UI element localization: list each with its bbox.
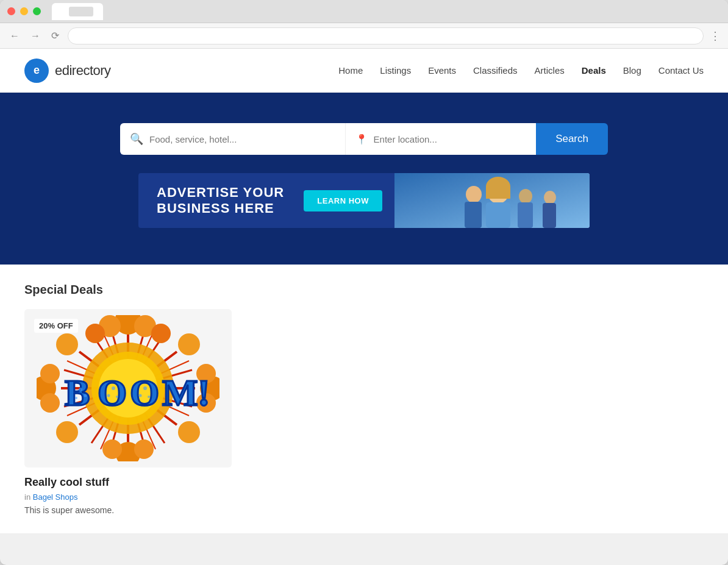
close-button[interactable]	[7, 7, 15, 15]
svg-point-42	[85, 324, 105, 343]
svg-point-3	[466, 186, 482, 203]
svg-point-55	[56, 421, 78, 443]
svg-point-5	[519, 189, 532, 204]
svg-point-7	[544, 191, 556, 204]
hero-banner: 🔍 📍 Search ADVERTISE YOUR BUSINESS HERE	[0, 93, 728, 265]
deal-badge: 20% OFF	[34, 319, 78, 333]
nav-events[interactable]: Events	[428, 65, 456, 76]
svg-point-54	[178, 333, 200, 355]
svg-point-71	[143, 386, 147, 390]
browser-menu-button[interactable]: ⋮	[710, 29, 721, 43]
svg-point-70	[116, 396, 118, 398]
address-input[interactable]	[76, 32, 696, 40]
svg-point-46	[134, 439, 154, 459]
deal-category-prefix: in	[24, 492, 30, 502]
svg-point-53	[56, 333, 78, 355]
svg-text:B: B	[65, 372, 89, 413]
svg-text:O: O	[130, 372, 159, 413]
svg-rect-10	[486, 187, 510, 199]
ad-text: ADVERTISE YOUR BUSINESS HERE	[138, 185, 304, 217]
nav-classifieds[interactable]: Classifieds	[473, 65, 518, 76]
website-content: e edirectory Home Listings Events Classi…	[0, 49, 728, 533]
deal-title: Really cool stuff	[24, 476, 232, 489]
browser-frame: ← → ⟳ ⋮ e edirectory Home Listings Event…	[0, 0, 728, 565]
svg-text:!: !	[198, 372, 210, 413]
deal-card: 20% OFF	[24, 309, 232, 515]
address-bar[interactable]	[68, 27, 704, 44]
svg-point-67	[75, 397, 77, 399]
svg-point-65	[79, 388, 82, 391]
nav-deals[interactable]: Deals	[582, 65, 606, 76]
svg-point-66	[84, 394, 87, 397]
location-icon: 📍	[355, 133, 368, 145]
nav-home[interactable]: Home	[338, 65, 363, 76]
location-input-wrap: 📍	[345, 123, 537, 155]
forward-button[interactable]: →	[28, 28, 43, 44]
site-header: e edirectory Home Listings Events Classi…	[0, 49, 728, 93]
svg-point-72	[139, 394, 142, 397]
nav-blog[interactable]: Blog	[623, 65, 641, 76]
section-title: Special Deals	[24, 283, 704, 297]
maximize-button[interactable]	[33, 7, 41, 15]
logo: e edirectory	[24, 59, 111, 83]
logo-text: edirectory	[55, 63, 111, 79]
browser-tab[interactable]	[52, 3, 103, 20]
site-nav: Home Listings Events Classifieds Article…	[338, 65, 704, 76]
svg-point-48	[40, 364, 60, 383]
minimize-button[interactable]	[20, 7, 28, 15]
deal-image: 20% OFF	[24, 309, 232, 467]
deal-category: in Bagel Shops	[24, 492, 232, 502]
ad-banner: ADVERTISE YOUR BUSINESS HERE LEARN HOW	[138, 173, 590, 228]
search-icon: 🔍	[130, 132, 143, 146]
ad-headline: ADVERTISE YOUR BUSINESS HERE	[157, 185, 285, 217]
svg-point-56	[178, 421, 200, 443]
svg-point-45	[102, 439, 122, 459]
deal-illustration: B O O M !	[37, 315, 219, 461]
svg-rect-2	[486, 202, 510, 228]
keyword-input[interactable]	[149, 134, 335, 144]
svg-rect-6	[518, 202, 533, 228]
ad-cta-button[interactable]: LEARN HOW	[304, 190, 382, 211]
nav-listings[interactable]: Listings	[380, 65, 411, 76]
svg-point-49	[40, 393, 60, 413]
svg-point-68	[112, 386, 115, 390]
logo-icon: e	[24, 59, 49, 83]
ad-image	[394, 173, 590, 228]
location-input[interactable]	[374, 134, 527, 144]
browser-titlebar	[0, 0, 728, 23]
reload-button[interactable]: ⟳	[49, 27, 62, 44]
svg-point-73	[148, 396, 150, 398]
search-bar: 🔍 📍 Search	[120, 123, 608, 155]
svg-text:M: M	[162, 372, 198, 413]
ad-people-illustration	[394, 173, 590, 228]
deal-description: This is super awesome.	[24, 505, 232, 515]
search-button[interactable]: Search	[536, 123, 608, 155]
tab-favicon	[69, 7, 93, 16]
back-button[interactable]: ←	[7, 28, 22, 44]
logo-letter: e	[34, 64, 40, 77]
svg-point-43	[151, 324, 171, 343]
deal-category-link[interactable]: Bagel Shops	[33, 492, 78, 502]
deals-grid: 20% OFF	[24, 309, 704, 515]
keyword-input-wrap: 🔍	[120, 123, 345, 155]
main-content: Special Deals 20% OFF	[0, 265, 728, 533]
svg-text:O: O	[98, 372, 127, 413]
svg-point-69	[107, 394, 110, 397]
nav-contact[interactable]: Contact Us	[658, 65, 704, 76]
svg-rect-8	[543, 203, 556, 228]
svg-rect-4	[465, 202, 482, 228]
nav-articles[interactable]: Articles	[535, 65, 565, 76]
browser-toolbar: ← → ⟳ ⋮	[0, 23, 728, 49]
